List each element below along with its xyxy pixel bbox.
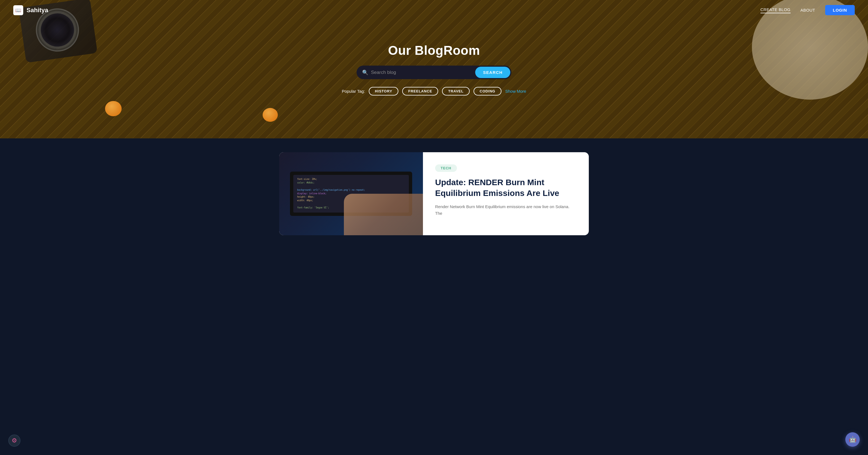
code-line-4: background: url('../img/navigation.png')…	[297, 189, 405, 192]
nav-about[interactable]: ABOUT	[801, 8, 815, 12]
tag-freelance[interactable]: FREELANCE	[402, 87, 438, 95]
search-input[interactable]	[371, 67, 475, 78]
search-button[interactable]: SEARCH	[475, 67, 510, 78]
card-title: Update: RENDER Burn Mint Equilibrium Emi…	[435, 177, 577, 198]
gear-icon: ⚙	[11, 437, 17, 444]
orange-decoration-2	[262, 108, 278, 122]
show-more-link[interactable]: Show More	[505, 89, 526, 93]
hand-overlay	[344, 194, 423, 235]
chat-icon: 🤖	[849, 436, 857, 443]
brand-name: Sahitya	[27, 7, 48, 14]
popular-tags: Popular Tag: HISTORY FREELANCE TRAVEL CO…	[342, 87, 526, 95]
nav-create-blog[interactable]: CREATE BLOG	[761, 7, 790, 13]
content-section: font-size: 20%; color: #b6dc; background…	[0, 138, 868, 257]
brand-icon: 📖	[13, 5, 23, 15]
tag-history[interactable]: HISTORY	[369, 87, 398, 95]
navbar: 📖 Sahitya CREATE BLOG ABOUT LOGIN	[0, 0, 868, 20]
hero-title: Our BlogRoom	[388, 43, 480, 58]
settings-gear-button[interactable]: ⚙	[8, 434, 21, 447]
orange-decoration-1	[105, 101, 122, 116]
tag-coding[interactable]: CODING	[473, 87, 501, 95]
code-line-2: color: #b6dc;	[297, 181, 405, 185]
book-icon: 📖	[15, 7, 21, 13]
hero-content: Our BlogRoom 🔍 SEARCH Popular Tag: HISTO…	[342, 43, 526, 95]
nav-links: CREATE BLOG ABOUT LOGIN	[761, 5, 855, 15]
code-line-1: font-size: 20%;	[297, 178, 405, 181]
blog-card: font-size: 20%; color: #b6dc; background…	[279, 152, 589, 235]
login-button[interactable]: LOGIN	[825, 5, 855, 15]
blog-card-image: font-size: 20%; color: #b6dc; background…	[279, 152, 423, 235]
code-line-3	[297, 185, 405, 189]
card-excerpt: Render Network Burn Mint Equilibrium emi…	[435, 203, 577, 217]
search-bar: 🔍 SEARCH	[356, 65, 512, 79]
brand: 📖 Sahitya	[13, 5, 48, 15]
chat-bubble-button[interactable]: 🤖	[845, 432, 860, 447]
popular-tag-label: Popular Tag:	[342, 89, 365, 93]
search-icon: 🔍	[362, 69, 368, 76]
tag-travel[interactable]: TRAVEL	[442, 87, 470, 95]
hero-section: Our BlogRoom 🔍 SEARCH Popular Tag: HISTO…	[0, 0, 868, 138]
tech-badge: TECH	[435, 164, 457, 172]
blog-card-body: TECH Update: RENDER Burn Mint Equilibriu…	[423, 152, 589, 235]
